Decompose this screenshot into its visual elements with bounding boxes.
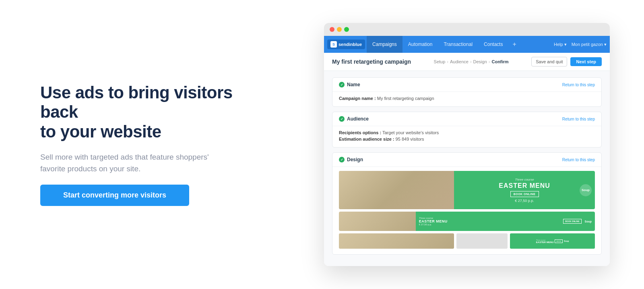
save-quit-button[interactable]: Save and quit — [531, 57, 567, 67]
ad-small-3-inner: Three course EASTER MENU BOOK Soup — [534, 239, 572, 243]
app-navbar: S sendinblue Campaigns Automation Transa… — [324, 36, 610, 53]
ad-price-label: € 27,50 p.p. — [515, 199, 534, 203]
browser-window: S sendinblue Campaigns Automation Transa… — [324, 23, 610, 266]
left-section: Use ads to bring visitors back to your w… — [40, 83, 242, 206]
audience-section-title: ✓ Audience — [339, 116, 369, 122]
close-icon[interactable] — [330, 27, 334, 32]
ad-medium-image — [339, 212, 416, 231]
cta-button[interactable]: Start converting more visitors — [40, 185, 189, 206]
page-wrapper: Use ads to bring visitors back to your w… — [0, 0, 644, 289]
ad-medium-logo: Soup — [585, 220, 592, 223]
nav-tab-transactional[interactable]: Transactional — [438, 36, 478, 53]
right-section: S sendinblue Campaigns Automation Transa… — [322, 23, 612, 266]
ad-large-banner: Three course EASTER MENU BOOK ONLINE € 2… — [339, 171, 595, 209]
next-step-button[interactable]: Next step — [570, 57, 602, 66]
breadcrumb-confirm: Confirm — [491, 59, 508, 64]
design-return-link[interactable]: Return to this step — [562, 158, 595, 162]
header-actions: Save and quit Next step — [531, 57, 602, 67]
nav-plus-button[interactable]: + — [508, 36, 520, 53]
ad-medium-green: Three course EASTER MENU € 27,50 p.p. BO… — [416, 212, 595, 231]
name-section-body: Campaign name : My first retargeting cam… — [332, 92, 601, 106]
recipients-row: Recipients options : Target your website… — [339, 130, 595, 135]
nav-tab-campaigns[interactable]: Campaigns — [367, 36, 402, 53]
design-preview: Three course EASTER MENU BOOK ONLINE € 2… — [332, 167, 601, 254]
design-section: ✓ Design Return to this step Three cours… — [332, 152, 602, 255]
ad-medium-title: EASTER MENU — [419, 219, 560, 223]
logo-icon: S — [330, 41, 337, 48]
ad-small-banners: Three course EASTER MENU BOOK Soup — [339, 233, 595, 249]
confirm-content: ✓ Name Return to this step Campaign name… — [324, 71, 610, 266]
name-section: ✓ Name Return to this step Campaign name… — [332, 77, 602, 107]
ad-large-green: Three course EASTER MENU BOOK ONLINE € 2… — [454, 171, 595, 209]
logo-text: sendinblue — [339, 42, 362, 47]
ad-large-image — [339, 171, 454, 209]
ad-small-1 — [339, 233, 454, 249]
audience-section: ✓ Audience Return to this step Recipient… — [332, 112, 602, 148]
sub-text: Sell more with targeted ads that feature… — [40, 151, 217, 175]
nav-tab-contacts[interactable]: Contacts — [478, 36, 508, 53]
user-menu[interactable]: Mon petit gazon ▾ — [572, 42, 607, 47]
name-section-header: ✓ Name Return to this step — [332, 78, 601, 92]
heading-line2: to your website — [40, 122, 161, 141]
ad-medium-text: Three course EASTER MENU € 27,50 p.p. — [419, 217, 560, 226]
design-section-title: ✓ Design — [339, 157, 363, 162]
heading-line1: Use ads to bring visitors back — [40, 83, 233, 121]
design-check-icon: ✓ — [339, 157, 345, 162]
nav-right: Help ▾ Mon petit gazon ▾ — [554, 42, 607, 47]
design-section-header: ✓ Design Return to this step — [332, 153, 601, 167]
ad-small-2 — [456, 233, 508, 249]
help-menu[interactable]: Help ▾ — [554, 42, 567, 47]
minimize-icon[interactable] — [337, 27, 342, 32]
ad-soup-logo: Soup — [580, 184, 592, 196]
ad-book-online-label: BOOK ONLINE — [510, 191, 539, 197]
ad-medium-price: € 27,50 p.p. — [419, 223, 560, 226]
breadcrumb-audience: Audience — [450, 59, 469, 64]
ad-small-text: Three course EASTER MENU — [536, 239, 554, 243]
browser-titlebar — [324, 23, 610, 36]
ad-small-logo: Soup — [564, 240, 569, 242]
breadcrumb: Setup › Audience › Design › Confirm — [434, 59, 509, 64]
audience-check-icon: ✓ — [339, 116, 345, 122]
ad-small-book: BOOK — [555, 239, 563, 243]
app-content: My first retargeting campaign Setup › Au… — [324, 53, 610, 266]
audience-return-link[interactable]: Return to this step — [562, 117, 595, 121]
ad-medium-book: BOOK ONLINE — [563, 219, 581, 224]
ad-easter-menu-label: EASTER MENU — [499, 182, 550, 189]
campaign-name-row: Campaign name : My first retargeting cam… — [339, 96, 595, 101]
campaign-title: My first retargeting campaign — [332, 58, 411, 65]
ad-small-3: Three course EASTER MENU BOOK Soup — [510, 233, 595, 249]
name-check-icon: ✓ — [339, 82, 345, 87]
nav-tab-automation[interactable]: Automation — [402, 36, 438, 53]
ad-three-course-label: Three course — [515, 178, 534, 181]
estimation-row: Estimation audience size : 95 849 visito… — [339, 137, 595, 141]
audience-section-header: ✓ Audience Return to this step — [332, 112, 601, 126]
maximize-icon[interactable] — [344, 27, 349, 32]
name-section-title: ✓ Name — [339, 82, 360, 87]
name-return-link[interactable]: Return to this step — [562, 83, 595, 87]
app-logo: S sendinblue — [327, 40, 365, 49]
breadcrumb-design: Design — [473, 59, 487, 64]
page-header: My first retargeting campaign Setup › Au… — [324, 53, 610, 71]
ad-medium-banner: Three course EASTER MENU € 27,50 p.p. BO… — [339, 212, 595, 231]
campaign-title-text: My first retargeting campaign — [332, 58, 411, 65]
nav-tabs: Campaigns Automation Transactional Conta… — [367, 36, 520, 53]
audience-section-body: Recipients options : Target your website… — [332, 126, 601, 147]
main-heading: Use ads to bring visitors back to your w… — [40, 83, 242, 141]
breadcrumb-setup: Setup — [434, 59, 446, 64]
